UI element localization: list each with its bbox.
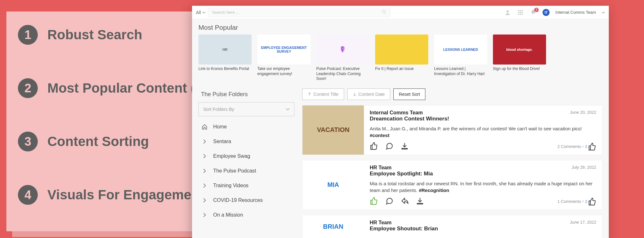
feed-text: Anita M., Juan G., and Miranda P. are th… — [370, 125, 596, 139]
feed-date: June 20, 2022 — [570, 110, 596, 115]
svg-rect-3 — [520, 10, 521, 11]
feed-image: MIA — [302, 160, 364, 210]
reset-sort-button[interactable]: Reset Sort — [393, 88, 425, 100]
profile-icon[interactable] — [504, 9, 511, 16]
svg-point-1 — [507, 10, 509, 12]
svg-rect-9 — [520, 13, 521, 15]
download-button[interactable] — [416, 197, 424, 206]
popular-thumb: blood shortage. — [493, 35, 546, 65]
feed-date: June 17, 2022 — [570, 220, 596, 225]
feed-text: Mia is a total rockstar and our newest R… — [370, 180, 596, 194]
comment-button[interactable] — [385, 197, 393, 206]
arrow-up-icon — [308, 92, 311, 96]
avatar[interactable]: IT — [543, 9, 550, 16]
arrow-down-icon — [353, 92, 357, 96]
share-button[interactable] — [400, 197, 409, 206]
popular-thumb: LESSONS LEARNED — [434, 35, 487, 65]
callout-number: 2 — [18, 78, 38, 98]
likes-count[interactable]: 2 — [585, 197, 596, 206]
callout-label: Content Sorting — [47, 134, 149, 149]
sort-folders-select[interactable]: Sort Folders By — [198, 102, 294, 116]
sidebar-item-training-videos[interactable]: Training Videos — [198, 178, 294, 193]
feed-card[interactable]: VACATION Internal Comms Team Dreamcation… — [302, 105, 602, 155]
feed-body: Internal Comms Team Dreamcation Contest … — [364, 105, 602, 155]
popular-title: Take our employee engagement survey! — [257, 66, 310, 76]
likes-count[interactable]: 2 — [585, 142, 596, 151]
search-input[interactable]: Search here ... — [208, 8, 390, 17]
popular-card[interactable]: HR Link to Kronos Benefits Portal — [198, 35, 252, 81]
popular-card[interactable]: LESSONS LEARNED Lessons Learned | Invest… — [434, 35, 487, 81]
search-icon — [382, 10, 386, 15]
sort-folders-placeholder: Sort Folders By — [203, 107, 234, 112]
svg-point-0 — [382, 10, 385, 13]
download-button[interactable] — [400, 142, 409, 151]
chevron-right-icon — [202, 153, 207, 159]
callout-number: 1 — [18, 25, 38, 45]
feed-author: HR Team — [370, 220, 596, 226]
sidebar-item-on-a-mission[interactable]: On a Mission — [198, 208, 294, 222]
folder-label: COVID-19 Resources — [213, 197, 263, 203]
chevron-right-icon — [202, 168, 207, 174]
sidebar-title: The Pulse Folders — [198, 86, 294, 102]
like-button[interactable] — [370, 197, 378, 206]
feed-card[interactable]: MIA HR Team Employee Spotlight: Mia July… — [302, 160, 602, 210]
folder-list: Home Sentara Employee Swag The Pulse Pod… — [198, 119, 294, 222]
popular-card[interactable]: EMPLOYEE ENGAGEMENT SURVEY Take our empl… — [257, 35, 310, 81]
folder-label: Sentara — [213, 139, 231, 144]
sidebar-item-employee-swag[interactable]: Employee Swag — [198, 149, 294, 164]
popular-thumb: 🎙 — [316, 35, 369, 65]
folder-label: Training Videos — [213, 183, 248, 188]
comment-button[interactable] — [385, 142, 393, 151]
sort-by-date-button[interactable]: Content Date — [347, 88, 390, 100]
popular-row: HR Link to Kronos Benefits Portal EMPLOY… — [192, 35, 609, 86]
sort-title-label: Content Title — [313, 92, 339, 97]
folder-label: The Pulse Podcast — [213, 168, 256, 174]
callout-label: Visuals For Engagement — [47, 187, 204, 203]
section-most-popular-title: Most Popular — [192, 19, 609, 35]
hashtag[interactable]: #contest — [370, 133, 390, 138]
chevron-down-icon[interactable] — [602, 11, 605, 14]
like-button[interactable] — [370, 142, 378, 151]
folder-label: On a Mission — [213, 212, 243, 218]
popular-title: Sign up for the Blood Drive! — [493, 66, 546, 72]
popular-thumb: EMPLOYEE ENGAGEMENT SURVEY — [257, 35, 310, 65]
feed-body: HR Team Employee Shoutout: Brian June 17… — [364, 215, 602, 238]
sidebar-item-pulse-podcast[interactable]: The Pulse Podcast — [198, 164, 294, 178]
folder-label: Employee Swag — [213, 153, 250, 159]
notification-badge: 2 — [534, 8, 539, 12]
sort-date-label: Content Date — [358, 92, 385, 97]
feed-author: Internal Comms Team — [370, 110, 596, 116]
feed-author: HR Team — [370, 165, 596, 171]
app-header: All Search here ... 2 IT Internal Comms … — [192, 6, 609, 19]
feed-image: VACATION — [302, 105, 364, 155]
main-content: Content Title Content Date Reset Sort VA… — [302, 86, 602, 238]
feed-title: Employee Spotlight: Mia — [370, 171, 596, 177]
callout-number: 3 — [18, 132, 38, 151]
svg-rect-5 — [518, 12, 519, 13]
sidebar-item-covid-resources[interactable]: COVID-19 Resources — [198, 193, 294, 208]
popular-title: Lessons Learned | Investigation of Dr. H… — [434, 66, 487, 76]
app-body: The Pulse Folders Sort Folders By Home S… — [192, 86, 609, 238]
folder-label: Home — [213, 124, 227, 130]
comments-count[interactable]: 1 Comments — [558, 199, 581, 204]
feed-meta: 1 Comments • 2 — [558, 197, 597, 206]
popular-card[interactable]: Fix It | Report an Issue — [375, 35, 428, 81]
sidebar-item-home[interactable]: Home — [198, 119, 294, 134]
app-window: All Search here ... 2 IT Internal Comms … — [192, 6, 609, 238]
sidebar-item-sentara[interactable]: Sentara — [198, 134, 294, 149]
hashtag[interactable]: #Recognition — [419, 188, 449, 193]
user-name[interactable]: Internal Comms Team — [555, 10, 596, 15]
scope-label: All — [196, 10, 201, 15]
popular-thumb — [375, 35, 428, 65]
popular-title: Link to Kronos Benefits Portal — [198, 66, 252, 72]
popular-card[interactable]: 🎙 Pulse Podcast: Executive Leadership Ch… — [316, 35, 369, 81]
popular-card[interactable]: blood shortage. Sign up for the Blood Dr… — [493, 35, 546, 81]
svg-rect-2 — [518, 10, 519, 11]
search-scope-select[interactable]: All — [196, 10, 205, 15]
sort-by-title-button[interactable]: Content Title — [302, 88, 344, 100]
notifications-icon[interactable]: 2 — [530, 9, 537, 16]
apps-icon[interactable] — [517, 9, 524, 16]
feed-card[interactable]: BRIAN HR Team Employee Shoutout: Brian J… — [302, 215, 602, 238]
callout-label: Robust Search — [47, 27, 142, 42]
comments-count[interactable]: 2 Comments — [558, 144, 581, 149]
